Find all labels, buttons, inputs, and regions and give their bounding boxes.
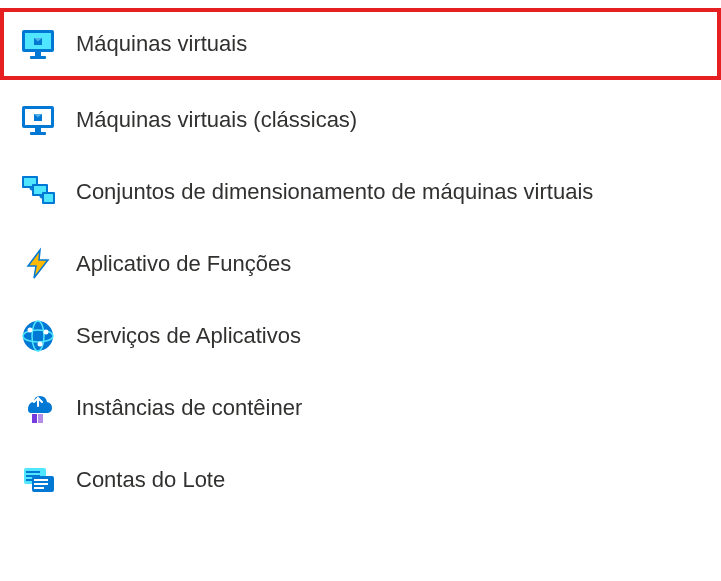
svg-rect-9 xyxy=(30,132,46,135)
svg-point-21 xyxy=(28,328,33,333)
menu-item-label: Máquinas virtuais (clássicas) xyxy=(76,107,357,133)
virtual-machine-icon xyxy=(20,26,56,62)
menu-item-label: Máquinas virtuais xyxy=(76,31,247,57)
svg-rect-25 xyxy=(38,414,43,423)
svg-rect-3 xyxy=(35,52,41,56)
menu-item-virtual-machines[interactable]: Máquinas virtuais xyxy=(0,8,721,80)
menu-item-label: Aplicativo de Funções xyxy=(76,251,291,277)
menu-item-app-services[interactable]: Serviços de Aplicativos xyxy=(0,300,721,372)
menu-item-virtual-machines-classic[interactable]: Máquinas virtuais (clássicas) xyxy=(0,84,721,156)
menu-item-container-instances[interactable]: Instâncias de contêiner xyxy=(0,372,721,444)
batch-accounts-icon xyxy=(20,462,56,498)
menu-item-label: Contas do Lote xyxy=(76,467,225,493)
svg-rect-4 xyxy=(30,56,46,59)
svg-rect-24 xyxy=(32,414,37,423)
svg-line-17 xyxy=(40,196,42,198)
vm-scale-sets-icon xyxy=(20,174,56,210)
container-instances-icon xyxy=(20,390,56,426)
svg-rect-33 xyxy=(34,487,44,489)
menu-item-function-app[interactable]: Aplicativo de Funções xyxy=(0,228,721,300)
svg-rect-8 xyxy=(35,128,41,132)
svg-point-22 xyxy=(44,330,49,335)
svg-rect-32 xyxy=(34,483,48,485)
virtual-machine-classic-icon xyxy=(20,102,56,138)
svg-rect-15 xyxy=(44,194,53,202)
menu-item-label: Instâncias de contêiner xyxy=(76,395,302,421)
menu-item-label: Serviços de Aplicativos xyxy=(76,323,301,349)
menu-item-vm-scale-sets[interactable]: Conjuntos de dimensionamento de máquinas… xyxy=(0,156,721,228)
svg-point-23 xyxy=(38,342,43,347)
svg-line-16 xyxy=(30,188,32,190)
svg-point-18 xyxy=(23,321,53,351)
menu-item-label: Conjuntos de dimensionamento de máquinas… xyxy=(76,179,593,205)
function-app-icon xyxy=(20,246,56,282)
app-services-icon xyxy=(20,318,56,354)
svg-rect-31 xyxy=(34,479,48,481)
svg-rect-27 xyxy=(26,471,40,473)
menu-item-batch-accounts[interactable]: Contas do Lote xyxy=(0,444,721,516)
